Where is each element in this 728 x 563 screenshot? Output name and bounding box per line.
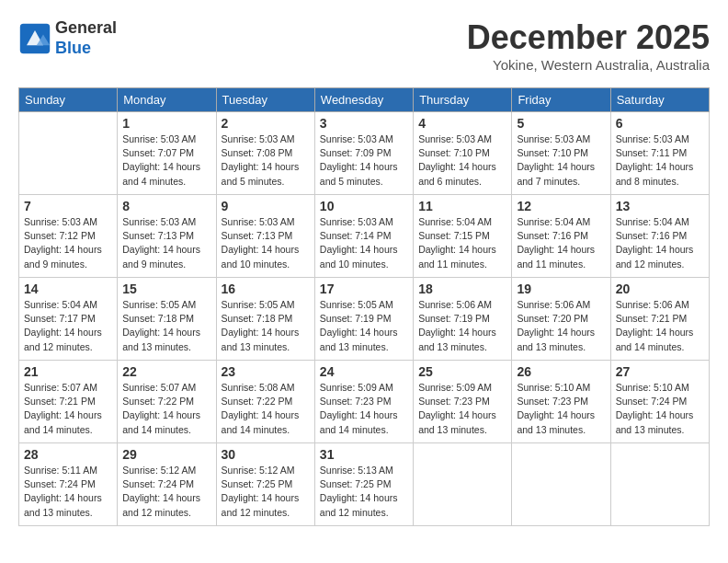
calendar-cell: 31Sunrise: 5:13 AMSunset: 7:25 PMDayligh… (314, 443, 413, 526)
day-number: 16 (222, 282, 310, 296)
calendar-cell: 20Sunrise: 5:06 AMSunset: 7:21 PMDayligh… (610, 278, 709, 361)
calendar-cell: 28Sunrise: 5:11 AMSunset: 7:24 PMDayligh… (19, 443, 118, 526)
day-number: 5 (517, 116, 605, 131)
day-number: 31 (320, 447, 408, 462)
day-number: 29 (122, 447, 210, 462)
day-info: Sunrise: 5:10 AMSunset: 7:23 PMDaylight:… (517, 381, 605, 437)
day-info: Sunrise: 5:03 AMSunset: 7:11 PMDaylight:… (616, 132, 704, 189)
calendar-cell: 12Sunrise: 5:04 AMSunset: 7:16 PMDayligh… (512, 195, 610, 278)
calendar-cell: 15Sunrise: 5:05 AMSunset: 7:18 PMDayligh… (118, 278, 216, 361)
calendar-cell: 22Sunrise: 5:07 AMSunset: 7:22 PMDayligh… (118, 361, 216, 443)
day-number: 30 (222, 447, 310, 462)
calendar-cell: 30Sunrise: 5:12 AMSunset: 7:25 PMDayligh… (216, 443, 314, 526)
day-number: 23 (222, 364, 310, 379)
calendar-cell: 6Sunrise: 5:03 AMSunset: 7:11 PMDaylight… (610, 112, 709, 195)
day-info: Sunrise: 5:12 AMSunset: 7:25 PMDaylight:… (222, 464, 310, 520)
day-info: Sunrise: 5:05 AMSunset: 7:18 PMDaylight:… (122, 298, 210, 354)
calendar-cell (610, 443, 709, 526)
weekday-header-friday: Friday (512, 88, 610, 112)
day-number: 17 (320, 282, 408, 296)
day-number: 22 (122, 364, 210, 379)
calendar-cell: 11Sunrise: 5:04 AMSunset: 7:15 PMDayligh… (414, 195, 512, 278)
calendar-cell (512, 443, 610, 526)
logo-text: General Blue (55, 18, 117, 58)
day-info: Sunrise: 5:03 AMSunset: 7:12 PMDaylight:… (24, 215, 112, 271)
day-number: 9 (222, 199, 310, 213)
day-info: Sunrise: 5:03 AMSunset: 7:13 PMDaylight:… (222, 215, 310, 271)
calendar-cell: 13Sunrise: 5:04 AMSunset: 7:16 PMDayligh… (610, 195, 709, 278)
weekday-header-wednesday: Wednesday (314, 88, 413, 112)
location-title: Yokine, Western Australia, Australia (467, 57, 710, 73)
day-number: 13 (616, 199, 704, 213)
day-number: 8 (122, 199, 210, 213)
day-info: Sunrise: 5:11 AMSunset: 7:24 PMDaylight:… (24, 464, 112, 520)
weekday-header-thursday: Thursday (414, 88, 512, 112)
calendar-cell: 24Sunrise: 5:09 AMSunset: 7:23 PMDayligh… (314, 361, 413, 443)
day-info: Sunrise: 5:04 AMSunset: 7:15 PMDaylight:… (418, 215, 506, 271)
page-header: General Blue December 2025 Yokine, Weste… (18, 18, 710, 73)
day-number: 6 (616, 116, 704, 131)
day-number: 1 (122, 116, 210, 131)
week-row-2: 7Sunrise: 5:03 AMSunset: 7:12 PMDaylight… (19, 195, 710, 278)
day-number: 19 (517, 282, 605, 296)
calendar-cell: 8Sunrise: 5:03 AMSunset: 7:13 PMDaylight… (118, 195, 216, 278)
day-info: Sunrise: 5:03 AMSunset: 7:07 PMDaylight:… (122, 132, 210, 189)
week-row-3: 14Sunrise: 5:04 AMSunset: 7:17 PMDayligh… (19, 278, 710, 361)
calendar-cell: 4Sunrise: 5:03 AMSunset: 7:10 PMDaylight… (414, 112, 512, 195)
logo-icon (18, 22, 51, 55)
day-number: 7 (24, 199, 112, 213)
day-number: 10 (320, 199, 408, 213)
calendar-cell (414, 443, 512, 526)
calendar-cell: 17Sunrise: 5:05 AMSunset: 7:19 PMDayligh… (314, 278, 413, 361)
calendar-cell: 16Sunrise: 5:05 AMSunset: 7:18 PMDayligh… (216, 278, 314, 361)
day-info: Sunrise: 5:03 AMSunset: 7:10 PMDaylight:… (418, 132, 506, 189)
calendar-cell: 14Sunrise: 5:04 AMSunset: 7:17 PMDayligh… (19, 278, 118, 361)
week-row-1: 1Sunrise: 5:03 AMSunset: 7:07 PMDaylight… (19, 112, 710, 195)
day-info: Sunrise: 5:09 AMSunset: 7:23 PMDaylight:… (418, 381, 506, 437)
day-info: Sunrise: 5:13 AMSunset: 7:25 PMDaylight:… (320, 464, 408, 520)
day-number: 25 (418, 364, 506, 379)
calendar-cell: 21Sunrise: 5:07 AMSunset: 7:21 PMDayligh… (19, 361, 118, 443)
weekday-header-sunday: Sunday (19, 88, 118, 112)
month-title: December 2025 (467, 18, 710, 57)
day-number: 15 (122, 282, 210, 296)
day-info: Sunrise: 5:03 AMSunset: 7:08 PMDaylight:… (222, 132, 310, 189)
day-number: 21 (24, 364, 112, 379)
calendar-cell: 27Sunrise: 5:10 AMSunset: 7:24 PMDayligh… (610, 361, 709, 443)
day-info: Sunrise: 5:06 AMSunset: 7:19 PMDaylight:… (418, 298, 506, 354)
day-info: Sunrise: 5:03 AMSunset: 7:10 PMDaylight:… (517, 132, 605, 189)
day-number: 26 (517, 364, 605, 379)
day-number: 18 (418, 282, 506, 296)
day-info: Sunrise: 5:04 AMSunset: 7:16 PMDaylight:… (616, 215, 704, 271)
calendar-cell: 25Sunrise: 5:09 AMSunset: 7:23 PMDayligh… (414, 361, 512, 443)
calendar-cell: 9Sunrise: 5:03 AMSunset: 7:13 PMDaylight… (216, 195, 314, 278)
calendar-cell: 19Sunrise: 5:06 AMSunset: 7:20 PMDayligh… (512, 278, 610, 361)
day-info: Sunrise: 5:03 AMSunset: 7:14 PMDaylight:… (320, 215, 408, 271)
calendar-cell: 26Sunrise: 5:10 AMSunset: 7:23 PMDayligh… (512, 361, 610, 443)
calendar-cell: 18Sunrise: 5:06 AMSunset: 7:19 PMDayligh… (414, 278, 512, 361)
day-info: Sunrise: 5:06 AMSunset: 7:21 PMDaylight:… (616, 298, 704, 354)
day-info: Sunrise: 5:05 AMSunset: 7:18 PMDaylight:… (222, 298, 310, 354)
day-number: 3 (320, 116, 408, 131)
day-info: Sunrise: 5:04 AMSunset: 7:16 PMDaylight:… (517, 215, 605, 271)
day-number: 14 (24, 282, 112, 296)
day-info: Sunrise: 5:09 AMSunset: 7:23 PMDaylight:… (320, 381, 408, 437)
day-number: 28 (24, 447, 112, 462)
day-number: 2 (222, 116, 310, 131)
day-number: 24 (320, 364, 408, 379)
calendar-cell: 7Sunrise: 5:03 AMSunset: 7:12 PMDaylight… (19, 195, 118, 278)
day-number: 12 (517, 199, 605, 213)
calendar: SundayMondayTuesdayWednesdayThursdayFrid… (18, 87, 710, 526)
day-info: Sunrise: 5:03 AMSunset: 7:09 PMDaylight:… (320, 132, 408, 189)
week-row-4: 21Sunrise: 5:07 AMSunset: 7:21 PMDayligh… (19, 361, 710, 443)
weekday-header-monday: Monday (118, 88, 216, 112)
calendar-cell: 10Sunrise: 5:03 AMSunset: 7:14 PMDayligh… (314, 195, 413, 278)
day-info: Sunrise: 5:07 AMSunset: 7:22 PMDaylight:… (122, 381, 210, 437)
calendar-cell: 5Sunrise: 5:03 AMSunset: 7:10 PMDaylight… (512, 112, 610, 195)
calendar-cell: 2Sunrise: 5:03 AMSunset: 7:08 PMDaylight… (216, 112, 314, 195)
calendar-cell: 3Sunrise: 5:03 AMSunset: 7:09 PMDaylight… (314, 112, 413, 195)
day-info: Sunrise: 5:07 AMSunset: 7:21 PMDaylight:… (24, 381, 112, 437)
weekday-header-saturday: Saturday (610, 88, 709, 112)
day-info: Sunrise: 5:06 AMSunset: 7:20 PMDaylight:… (517, 298, 605, 354)
day-info: Sunrise: 5:05 AMSunset: 7:19 PMDaylight:… (320, 298, 408, 354)
